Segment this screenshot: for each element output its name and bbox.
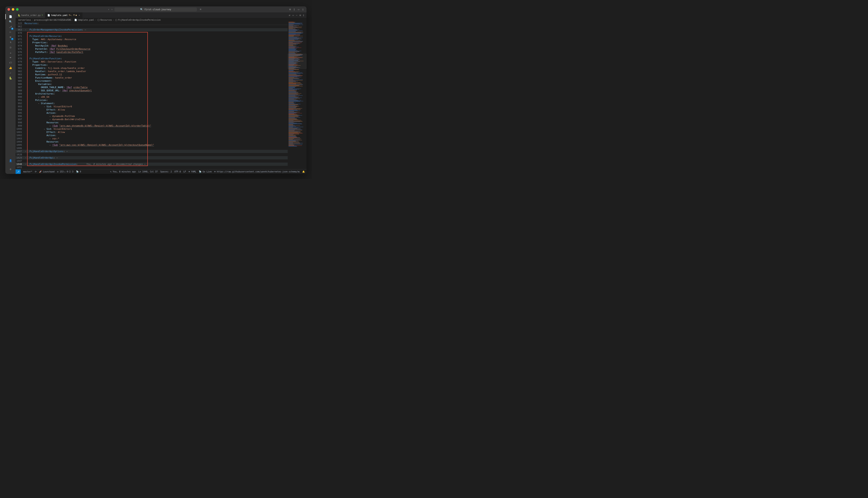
code-line[interactable]: 999 - !Sub "arn:aws:dynamodb:${AWS::Regi… (16, 124, 288, 127)
source-control-icon[interactable]: ⎇4 (8, 24, 13, 29)
ports[interactable]: 📡 0 (76, 170, 81, 173)
fold-icon[interactable]: › (25, 28, 27, 31)
breadcrumbs[interactable]: serverless›processingOrdersWithSQSAndSNS… (16, 18, 306, 22)
notifications-icon[interactable]: 🔔 (302, 170, 305, 173)
code-line[interactable]: 1047 (16, 159, 288, 162)
toggle-sidebar-icon[interactable]: ⫿ (293, 8, 296, 11)
remote-indicator[interactable]: ⎇ (16, 169, 21, 174)
command-center[interactable]: 🔍 first-cloud-journey (114, 8, 197, 12)
go-live[interactable]: 📡 Go Live (199, 170, 212, 173)
editor-action-icon-3[interactable]: ⊞ (299, 14, 301, 17)
accounts-icon[interactable]: 👤 (8, 158, 13, 163)
copilot-icon[interactable]: ⌘ (200, 8, 201, 11)
code-line[interactable]: 1007› FcjHandleOrderApiOptions: ⋯ (16, 150, 288, 153)
editor[interactable]: 122Resources:962 963› FcjOrderManagement… (16, 22, 306, 169)
tab-template.yaml[interactable]: 📄template.yaml9+, M●× (45, 12, 82, 18)
code-line[interactable]: 977 (16, 54, 288, 57)
editor-action-icon-2[interactable]: ⋯ (296, 14, 297, 17)
layout-grid-icon[interactable]: ⊞ (289, 8, 292, 11)
fold-icon[interactable]: › (25, 156, 27, 159)
breadcrumb-item[interactable]: {}FcjHandleOrderApiInvokePermission (115, 19, 161, 21)
code-line[interactable]: 994 Effect: Allow (16, 108, 288, 112)
code-line[interactable]: 990 - x86_64 (16, 95, 288, 99)
thumbs-icon[interactable]: 👍 (8, 65, 13, 70)
git-blame[interactable]: ✎ You, 8 minutes ago (110, 170, 136, 173)
code-line[interactable]: 1048› FcjHandleOrderApiInvokePermission:… (16, 162, 288, 166)
close-window-button[interactable] (8, 8, 10, 11)
code-line[interactable]: 976 PathPart: !Ref handleOrderPathPart (16, 51, 288, 54)
settings-icon[interactable]: ⚙ (8, 167, 13, 172)
code-line[interactable]: 996 - dynamodb:PutItem (16, 115, 288, 118)
code-line[interactable]: 978 FcjHandleOrderFunction: (16, 57, 288, 60)
maximize-window-button[interactable] (16, 8, 18, 11)
code-line[interactable]: 970 (16, 31, 288, 35)
check-icon[interactable]: ✓ (8, 70, 13, 76)
breadcrumb-item[interactable]: serverless (18, 19, 31, 21)
code-line[interactable]: 1001 Effect: Allow (16, 131, 288, 134)
code-line[interactable]: 974 RestApiId: !Ref BookApi (16, 44, 288, 47)
launchpad[interactable]: 🚀 Launchpad (39, 170, 54, 173)
code-line[interactable]: 972 Type: AWS::ApiGateway::Resource (16, 38, 288, 41)
tags-icon[interactable]: 🏷 (8, 60, 13, 65)
tab-handle_order.py[interactable]: 🐍handle_order.pyU (16, 12, 45, 18)
code-line[interactable]: 991 Policies: (16, 99, 288, 102)
breadcrumb-item[interactable]: 📄template.yaml (74, 19, 94, 21)
breadcrumb-item[interactable]: {}Resources (97, 19, 112, 21)
code-line[interactable]: 1006 (16, 147, 288, 150)
code-line[interactable]: 962 (16, 25, 288, 28)
code-line[interactable]: 985 Environment: (16, 79, 288, 82)
fold-icon[interactable]: › (25, 162, 27, 166)
nav-back-icon[interactable]: ‹ (108, 8, 109, 11)
cursor-position[interactable]: Ln 1048, Col 37 (138, 170, 158, 173)
explorer-icon[interactable]: 📄 (8, 14, 13, 19)
editor-action-icon-1[interactable]: ▭ (292, 14, 294, 17)
testing-icon[interactable]: ⚗ (8, 40, 13, 45)
code-line[interactable]: 1029› FcjHandleOrderApi: ⋯ (16, 156, 288, 159)
eol[interactable]: LF (183, 170, 186, 173)
code-line[interactable]: 981 CodeUri: fcj-book-shop/handle_order (16, 67, 288, 70)
code-line[interactable]: 973 Properties: (16, 41, 288, 44)
breadcrumb-item[interactable]: processingOrdersWithSQSAndSNS (34, 19, 71, 21)
code-line[interactable]: 986 Variables: (16, 82, 288, 86)
server-icon[interactable]: ☁ (8, 50, 13, 55)
code-line[interactable]: 987 ORDER_TABLE_NAME: !Ref orderTable (16, 86, 288, 89)
search-icon[interactable]: 🔍 (8, 19, 13, 24)
code-line[interactable]: 1004 Resource: (16, 140, 288, 143)
code-line[interactable]: 997 - dynamodb:BatchWriteItem (16, 118, 288, 121)
toggle-panel-icon[interactable]: ▭ (297, 8, 300, 11)
code-line[interactable]: 1055 (16, 166, 288, 169)
git-branch[interactable]: master* (23, 170, 32, 173)
indentation[interactable]: Spaces: 2 (160, 170, 172, 173)
code-line[interactable]: 971 FcjHandleOrderResource: (16, 35, 288, 38)
run-debug-icon[interactable]: ▷ (8, 29, 13, 35)
code-line[interactable]: 1028 (16, 153, 288, 156)
code-line[interactable]: 979 Type: AWS::Serverless::Function (16, 60, 288, 63)
minimap-viewport[interactable] (288, 54, 306, 69)
yaml-schema[interactable]: ☸ https://raw.githubusercontent.com/yann… (214, 170, 299, 173)
fold-icon[interactable]: › (25, 150, 27, 153)
code-line[interactable]: 995 Action: (16, 112, 288, 115)
code-line[interactable]: 1000 - Sid: VisualEditor1 (16, 127, 288, 131)
code-line[interactable]: 1002 Action: (16, 134, 288, 137)
nav-forward-icon[interactable]: › (111, 8, 113, 11)
code-line[interactable]: 1003 - sqs:* (16, 137, 288, 140)
python-icon[interactable]: 🐍 (8, 76, 13, 81)
code-line[interactable]: 984 FunctionName: handle_order (16, 76, 288, 79)
git-sync[interactable]: ⟳ (35, 170, 37, 173)
filter-icon[interactable]: ⏷ (8, 55, 13, 60)
close-icon[interactable]: × (79, 14, 80, 16)
code-line[interactable]: 983 Runtime: python3.11 (16, 73, 288, 76)
problems-errors[interactable]: ⊘ 153 ⚠ 0 ⓘ 3 (57, 170, 73, 173)
code-line[interactable]: 975 ParentId: !Ref FcjCheckoutOrderResou… (16, 47, 288, 51)
code-line[interactable]: 992 - Statement: (16, 102, 288, 105)
editor-action-icon-0[interactable]: ⇄ (289, 14, 291, 17)
code-line[interactable]: 963› FcjOrderManagementApiInvokePermissi… (16, 28, 288, 31)
code-line[interactable]: 1005 - !Sub "arn:aws:sqs:${AWS::Region}:… (16, 143, 288, 147)
toggle-secondary-icon[interactable]: ▯ (301, 8, 304, 11)
code-line[interactable]: 989 Architectures: (16, 92, 288, 95)
code-line[interactable]: 980 Properties: (16, 63, 288, 67)
minimap[interactable] (288, 22, 306, 169)
sticky-scroll-header[interactable]: 122Resources: (16, 22, 288, 25)
editor-action-icon-4[interactable]: ⫿ (303, 14, 304, 17)
code-line[interactable]: 993 - Sid: VisualEditor0 (16, 105, 288, 108)
